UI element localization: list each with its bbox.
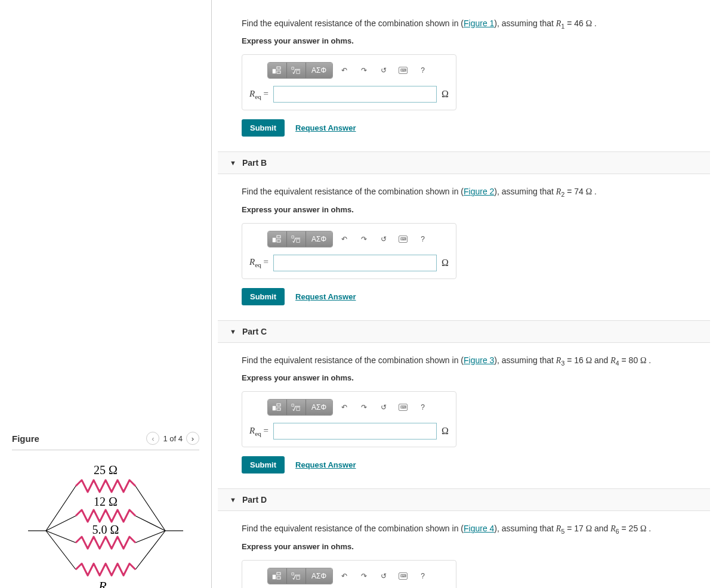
reset-button[interactable]: ↺: [375, 231, 392, 247]
help-button[interactable]: ?: [415, 400, 431, 415]
req-label: Req =: [249, 89, 268, 100]
greek-button[interactable]: ΑΣΦ: [306, 231, 332, 247]
part-b-header[interactable]: ▼ Part B: [218, 151, 710, 174]
svg-rect-20: [273, 406, 276, 410]
part-a-answer-input[interactable]: [273, 86, 437, 103]
part-b-title: Part B: [242, 158, 267, 168]
resistor-label-25: 25 Ω: [94, 463, 118, 476]
part-c-title: Part C: [242, 327, 267, 336]
radical-button[interactable]: [287, 568, 306, 584]
undo-button[interactable]: ↶: [336, 63, 353, 78]
svg-line-3: [135, 486, 165, 531]
redo-button[interactable]: ↷: [356, 400, 372, 415]
reset-button[interactable]: ↺: [375, 568, 392, 584]
svg-rect-23: [292, 404, 294, 407]
part-a-answer-box: ΑΣΦ ↶ ↷ ↺ ⌨ ? Req = Ω: [242, 54, 456, 110]
keyboard-button[interactable]: ⌨: [395, 568, 412, 584]
part-b-submit-button[interactable]: Submit: [242, 288, 285, 305]
greek-button[interactable]: ΑΣΦ: [306, 400, 332, 415]
greek-button[interactable]: ΑΣΦ: [306, 63, 332, 78]
figure-4-link[interactable]: Figure 4: [464, 524, 494, 533]
part-b-answer-input[interactable]: [273, 255, 437, 271]
caret-down-icon: ▼: [230, 159, 236, 166]
radical-button[interactable]: [287, 400, 306, 415]
svg-rect-15: [273, 238, 276, 242]
help-button[interactable]: ?: [415, 231, 431, 247]
figure-panel: Figure ‹ 1 of 4 ›: [0, 0, 212, 588]
part-a-toolbar: ΑΣΦ ↶ ↷ ↺ ⌨ ?: [249, 62, 449, 79]
svg-rect-17: [277, 240, 280, 242]
part-a-request-answer-link[interactable]: Request Answer: [295, 123, 356, 132]
figure-2-link[interactable]: Figure 2: [464, 187, 494, 196]
part-c-prompt: Find the equivalent resistance of the co…: [242, 355, 686, 367]
svg-rect-13: [292, 67, 294, 70]
svg-line-5: [135, 516, 165, 531]
part-b: ▼ Part B Find the equivalent resistance …: [218, 151, 710, 311]
keyboard-button[interactable]: ⌨: [395, 63, 412, 78]
part-b-prompt: Find the equivalent resistance of the co…: [242, 186, 686, 199]
help-button[interactable]: ?: [415, 63, 431, 78]
part-d: ▼ Part D Find the equivalent resistance …: [218, 488, 710, 588]
svg-rect-28: [292, 573, 294, 575]
svg-rect-18: [292, 236, 294, 239]
svg-line-2: [46, 486, 76, 531]
svg-rect-19: [297, 239, 300, 242]
figure-next-button[interactable]: ›: [186, 432, 199, 445]
part-c-answer-input[interactable]: [273, 423, 437, 440]
radical-button[interactable]: [287, 231, 306, 247]
req-label: Req =: [249, 426, 268, 437]
figure-title: Figure: [12, 434, 39, 444]
part-c-header[interactable]: ▼ Part C: [218, 320, 710, 343]
resistor-label-r1: R: [98, 578, 107, 588]
redo-button[interactable]: ↷: [356, 63, 372, 78]
part-c-submit-button[interactable]: Submit: [242, 456, 285, 474]
svg-rect-22: [277, 408, 280, 410]
figure-1-link[interactable]: Figure 1: [464, 18, 494, 28]
unit-label: Ω: [442, 89, 449, 100]
svg-rect-10: [273, 69, 276, 73]
greek-button[interactable]: ΑΣΦ: [306, 568, 332, 584]
part-a-express: Express your answer in ohms.: [242, 36, 692, 45]
svg-rect-29: [297, 576, 300, 579]
part-b-express: Express your answer in ohms.: [242, 205, 686, 214]
question-panel: Find the equivalent resistance of the co…: [212, 0, 716, 588]
caret-down-icon: ▼: [230, 496, 236, 503]
part-c: ▼ Part C Find the equivalent resistance …: [218, 320, 710, 479]
radical-button[interactable]: [287, 63, 306, 78]
redo-button[interactable]: ↷: [356, 568, 372, 584]
template-button[interactable]: [268, 63, 287, 78]
template-button[interactable]: [268, 400, 287, 415]
undo-button[interactable]: ↶: [336, 568, 353, 584]
template-button[interactable]: [268, 568, 287, 584]
part-a: Find the equivalent resistance of the co…: [212, 0, 716, 143]
keyboard-button[interactable]: ⌨: [395, 231, 412, 247]
undo-button[interactable]: ↶: [336, 231, 353, 247]
resistor-label-5: 5.0 Ω: [92, 523, 119, 536]
figure-pager: ‹ 1 of 4 ›: [146, 432, 199, 445]
part-d-header[interactable]: ▼ Part D: [218, 488, 710, 511]
resistor-label-12: 12 Ω: [94, 495, 118, 508]
svg-rect-27: [277, 577, 280, 579]
figure-prev-button[interactable]: ‹: [146, 432, 159, 445]
redo-button[interactable]: ↷: [356, 231, 372, 247]
part-a-submit-button[interactable]: Submit: [242, 119, 285, 137]
req-label: Req =: [249, 257, 268, 268]
undo-button[interactable]: ↶: [336, 400, 353, 415]
template-button[interactable]: [268, 231, 287, 247]
svg-rect-26: [277, 572, 280, 575]
svg-rect-16: [277, 236, 280, 238]
circuit-figure: 25 Ω 12 Ω 5.0 Ω R 1: [12, 462, 199, 588]
reset-button[interactable]: ↺: [375, 400, 392, 415]
svg-rect-12: [277, 71, 280, 73]
part-b-request-answer-link[interactable]: Request Answer: [295, 292, 356, 301]
part-c-answer-box: ΑΣΦ ↶ ↷ ↺ ⌨ ? Req = Ω: [242, 391, 456, 447]
part-c-request-answer-link[interactable]: Request Answer: [295, 460, 356, 469]
reset-button[interactable]: ↺: [375, 63, 392, 78]
keyboard-button[interactable]: ⌨: [395, 400, 412, 415]
figure-page-indicator: 1 of 4: [163, 434, 183, 443]
part-d-title: Part D: [242, 495, 267, 505]
figure-3-link[interactable]: Figure 3: [464, 355, 494, 365]
part-d-express: Express your answer in ohms.: [242, 542, 686, 551]
svg-rect-25: [273, 575, 276, 579]
help-button[interactable]: ?: [415, 568, 431, 584]
